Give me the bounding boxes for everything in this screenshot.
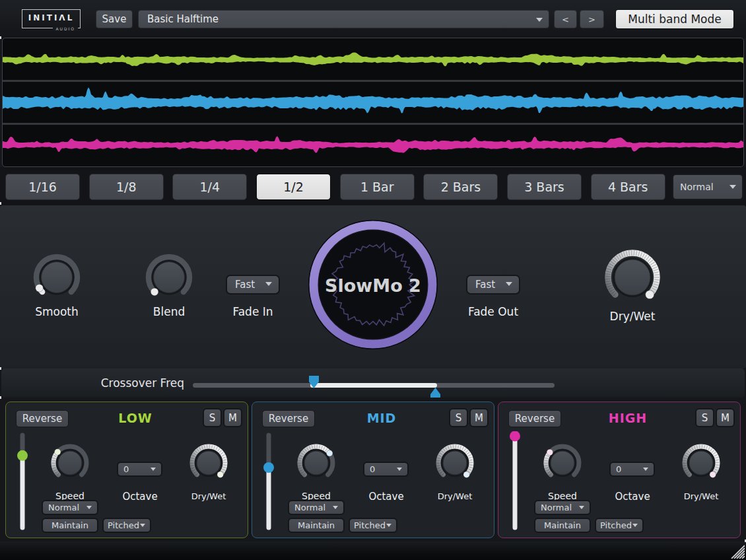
octave-dropdown-mid[interactable]: 0	[363, 462, 409, 477]
mode-dropdown-value: Normal	[294, 503, 325, 512]
band-title-high: HIGH	[562, 411, 694, 425]
division-button-1-16[interactable]: 1/16	[5, 174, 80, 200]
edge-marker	[0, 367, 1, 370]
solo-button-low[interactable]: S	[203, 408, 222, 427]
dry-wet-knob-high[interactable]	[679, 440, 724, 488]
mode-dropdown-high[interactable]: Normal	[534, 500, 591, 515]
chevron-down-icon	[632, 524, 638, 527]
mute-button-low[interactable]: M	[223, 408, 242, 427]
mute-button-mid[interactable]: M	[469, 408, 489, 427]
speed-knob-mid[interactable]	[294, 440, 339, 488]
fade-in-value: Fast	[235, 279, 255, 291]
save-button[interactable]: Save	[96, 10, 133, 28]
band-panel-mid: Reverse MID S M 0 Speed Octave Dry/Wet N…	[252, 402, 494, 538]
blend-label: Blend	[129, 305, 209, 318]
crossover-section: Crossover Freq	[1, 368, 745, 398]
mute-button-high[interactable]: M	[716, 408, 735, 427]
top-bar: INITIΛL AUDIO Save Basic Halftime < > Mu…	[0, 0, 746, 38]
speed-knob-high[interactable]	[540, 440, 585, 488]
chevron-down-icon	[151, 468, 156, 471]
octave-dropdown-value: 0	[123, 464, 129, 474]
slowmo2-logo-graphic: SlowMo 2	[307, 219, 439, 351]
slowmo2-logo: SlowMo 2	[307, 219, 439, 351]
solo-button-high[interactable]: S	[695, 408, 714, 427]
pitch-dropdown-low[interactable]: Pitched	[102, 518, 151, 533]
chevron-down-icon	[140, 524, 145, 527]
reverse-button-mid[interactable]: Reverse	[262, 410, 315, 427]
octave-label: Octave	[107, 491, 173, 503]
fade-in-label: Fade In	[213, 305, 292, 318]
division-button-3-bars[interactable]: 3 Bars	[507, 174, 582, 200]
resize-grip[interactable]	[730, 544, 745, 559]
chevron-down-icon	[397, 468, 402, 471]
reverse-button-high[interactable]: Reverse	[508, 410, 561, 427]
octave-dropdown-high[interactable]: 0	[609, 462, 655, 477]
division-button-1-bar[interactable]: 1 Bar	[340, 174, 415, 200]
time-division-strip: Normal 1/161/81/41/21 Bar2 Bars3 Bars4 B…	[0, 167, 746, 205]
pitch-dropdown-value: Pitched	[108, 520, 139, 530]
chevron-down-icon	[729, 185, 736, 189]
speed-knob-low[interactable]	[48, 440, 92, 488]
band-panel-low: Reverse LOW S M 0 Speed Octave Dry/Wet N…	[5, 402, 248, 538]
smooth-knob[interactable]	[24, 244, 90, 313]
initial-audio-logo: INITIΛL AUDIO	[22, 9, 81, 28]
division-button-1-2[interactable]: 1/2	[256, 174, 331, 200]
solo-button-mid[interactable]: S	[449, 408, 468, 427]
chevron-down-icon	[265, 282, 272, 286]
previous-preset-button[interactable]: <	[554, 10, 577, 28]
chevron-down-icon	[579, 506, 584, 509]
fade-out-dropdown[interactable]: Fast	[466, 275, 520, 295]
playback-mode-value: Normal	[680, 182, 714, 192]
waveform-canvas	[3, 38, 743, 166]
dry-wet-knob-mid[interactable]	[432, 440, 477, 488]
band-panels-area: Reverse LOW S M 0 Speed Octave Dry/Wet N…	[0, 398, 746, 542]
preset-name: Basic Halftime	[147, 13, 219, 25]
octave-dropdown-value: 0	[370, 464, 375, 474]
chevron-down-icon	[333, 506, 338, 509]
waveform-display	[2, 38, 744, 167]
level-slider-low[interactable]	[15, 431, 30, 538]
preset-dropdown[interactable]: Basic Halftime	[138, 10, 549, 28]
maintain-button-low[interactable]: Maintain	[42, 518, 98, 533]
mode-dropdown-low[interactable]: Normal	[42, 500, 98, 515]
octave-dropdown-low[interactable]: 0	[117, 462, 162, 477]
maintain-button-high[interactable]: Maintain	[534, 518, 591, 533]
band-panel-high: Reverse HIGH S M 0 Speed Octave Dry/Wet …	[498, 402, 741, 538]
smooth-label: Smooth	[17, 305, 96, 318]
octave-label: Octave	[599, 491, 665, 503]
next-preset-button[interactable]: >	[580, 10, 604, 28]
mode-dropdown-value: Normal	[541, 503, 572, 512]
dry-wet-knob-low[interactable]	[186, 440, 231, 488]
maintain-button-mid[interactable]: Maintain	[288, 518, 345, 533]
division-button-2-bars[interactable]: 2 Bars	[423, 174, 498, 200]
mode-dropdown-mid[interactable]: Normal	[288, 500, 345, 515]
pitch-dropdown-high[interactable]: Pitched	[595, 518, 644, 533]
fade-out-label: Fade Out	[454, 305, 533, 318]
mode-dropdown-value: Normal	[48, 503, 79, 512]
level-slider-high[interactable]	[508, 431, 522, 538]
master-dry-wet-knob[interactable]	[596, 241, 669, 316]
chevron-down-icon	[86, 506, 92, 509]
crossover-slider-range	[310, 383, 438, 388]
division-button-1-8[interactable]: 1/8	[89, 174, 164, 200]
division-button-4-bars[interactable]: 4 Bars	[591, 174, 665, 200]
chevron-down-icon	[506, 282, 512, 286]
reverse-button-low[interactable]: Reverse	[16, 410, 69, 427]
pitch-dropdown-value: Pitched	[354, 520, 386, 530]
master-section: Smooth Blend Fast Fade In SlowMo 2 Fast …	[0, 205, 746, 368]
blend-knob[interactable]	[136, 244, 202, 313]
pitch-dropdown-mid[interactable]: Pitched	[349, 518, 397, 533]
octave-dropdown-value: 0	[616, 464, 621, 474]
crossover-low-handle[interactable]	[308, 376, 320, 389]
division-button-1-4[interactable]: 1/4	[172, 174, 247, 200]
dry-wet-label: Dry/Wet	[422, 491, 488, 501]
fade-out-value: Fast	[475, 279, 495, 291]
playback-mode-dropdown[interactable]: Normal	[672, 174, 743, 200]
edge-marker	[0, 202, 1, 205]
brand-subtext: AUDIO	[53, 26, 78, 31]
edge-marker	[0, 396, 1, 399]
level-slider-mid[interactable]	[261, 431, 276, 538]
fade-in-dropdown[interactable]: Fast	[226, 275, 280, 295]
bottom-bar	[0, 542, 746, 560]
multi-band-mode-button[interactable]: Multi band Mode	[615, 9, 734, 29]
